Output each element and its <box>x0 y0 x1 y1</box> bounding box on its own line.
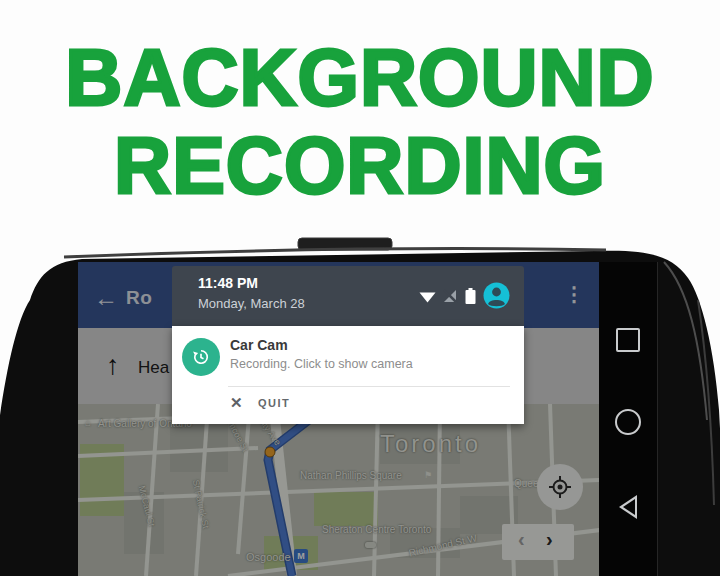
wifi-icon <box>419 289 436 303</box>
quit-x-icon[interactable]: ✕ <box>230 394 243 412</box>
notification-divider <box>228 386 510 387</box>
profile-avatar-icon[interactable] <box>483 282 510 309</box>
app-content: ← Ro ⋮ ↑ Hea <box>78 262 599 576</box>
notification-shade: 11:48 PM Monday, March 28 <box>172 266 524 424</box>
android-nav-bar <box>599 262 658 576</box>
home-button[interactable] <box>615 409 641 435</box>
back-button-inner <box>623 499 635 515</box>
clock-time: 11:48 PM <box>198 275 258 291</box>
shade-header: 11:48 PM Monday, March 28 <box>172 266 524 326</box>
quit-action-button[interactable]: QUIT <box>258 397 290 409</box>
back-button[interactable] <box>619 495 637 519</box>
recents-button[interactable] <box>616 328 640 352</box>
notification-title: Car Cam <box>230 337 288 353</box>
carcam-notification-card[interactable]: Car Cam Recording. Click to show camera … <box>172 326 524 424</box>
battery-icon <box>465 288 476 304</box>
dashcam-history-icon <box>182 338 220 376</box>
notification-message: Recording. Click to show camera <box>230 357 413 371</box>
signal-off-icon <box>443 289 458 303</box>
clock-date: Monday, March 28 <box>198 296 305 311</box>
phone-screen: ← Ro ⋮ ↑ Hea <box>78 262 658 576</box>
